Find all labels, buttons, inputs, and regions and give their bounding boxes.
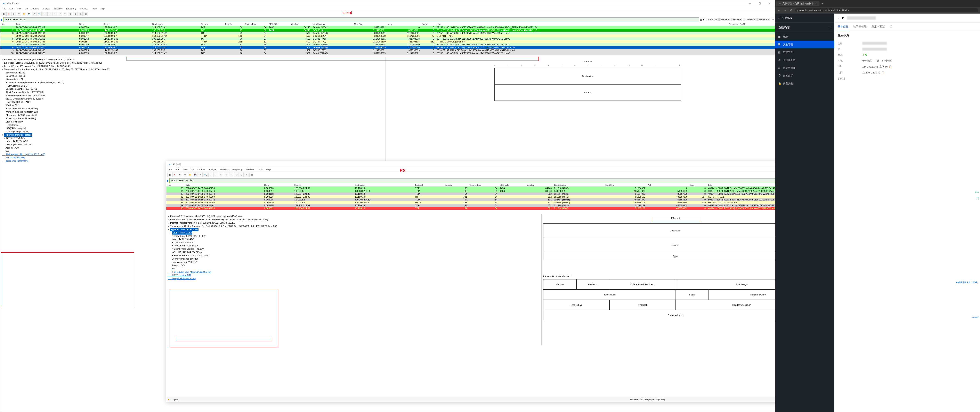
toolbar-btn[interactable]: 💾 (193, 172, 197, 177)
detail-line[interactable]: ▸ Ethernet II, Src: fe:ee:1b:5d:08:23 (f… (168, 218, 540, 221)
toolbar-btn[interactable]: ✕ (198, 172, 203, 177)
detail-line[interactable]: [Calculated window size: 64256] (2, 107, 384, 110)
sidebar-item-grid[interactable]: ▦ 概览 (775, 33, 834, 41)
col-header[interactable]: Segm (421, 22, 435, 26)
detail-line[interactable]: TCP payload (77 bytes) (2, 130, 384, 133)
menu-go[interactable]: Go (189, 168, 195, 171)
col-header[interactable]: Ack (387, 22, 421, 26)
col-header[interactable]: Length (444, 183, 468, 187)
http-line[interactable]: User-Agent: curl/7.88.1\r\n (168, 260, 540, 264)
filter-input[interactable] (3, 18, 699, 22)
detail-line[interactable]: ▸ Transmission Control Protocol, Src Por… (2, 68, 384, 71)
http-line[interactable]: X-Forwarded-For: 129.204.224.32\r\n (168, 254, 540, 257)
toolbar-btn[interactable]: 📁 (188, 172, 192, 177)
col-header[interactable]: Segm (689, 183, 707, 187)
toolbar-btn[interactable]: ■ (11, 12, 16, 16)
menu-view[interactable]: View (181, 168, 189, 171)
toolbar-btn[interactable]: ⟲ (244, 172, 249, 177)
tab-close-icon[interactable]: ✕ (815, 2, 817, 5)
menu-go[interactable]: Go (23, 7, 29, 10)
http-line[interactable]: X-Client-Proto-Ver: HTTP/1.1\r\n (168, 248, 540, 251)
col-header[interactable]: Date (185, 183, 263, 187)
detail-line[interactable]: ▸ Internet Protocol Version 4, Src: 129.… (168, 221, 540, 225)
toolbar-btn[interactable]: ◧ (167, 172, 172, 177)
tab-basic[interactable]: 基本信息 (838, 23, 848, 30)
filter-preset[interactable]: TCPretrans (743, 18, 756, 21)
detail-line[interactable]: Sequence Number: 381793761 (2, 88, 384, 91)
menu-help[interactable]: Help (265, 168, 272, 171)
packet-row[interactable]: 82024-07-28 14:55:04.6428750.001029192.1… (0, 46, 776, 49)
detail-line[interactable]: Acknowledgment Number: 1114250561 (2, 94, 384, 97)
col-header[interactable]: Protocol (414, 183, 444, 187)
menu-analyze[interactable]: Analyze (207, 168, 218, 171)
rs-detail-pane[interactable]: ▸ Frame 86: 321 bytes on wire (2568 bits… (166, 214, 542, 345)
detail-line[interactable]: ▸ Transmission Control Protocol, Src Por… (168, 225, 540, 228)
toolbar-btn[interactable]: 🔍 (203, 172, 208, 177)
menu-edit[interactable]: Edit (174, 168, 181, 171)
back-button[interactable]: ← (776, 9, 781, 12)
toolbar-btn[interactable]: ← (42, 12, 47, 16)
menu-edit[interactable]: Edit (8, 7, 14, 10)
toolbar-btn[interactable]: ⇥ (57, 12, 62, 16)
toolbar-btn[interactable]: ▦ (83, 12, 88, 16)
col-header[interactable]: Destination (151, 22, 199, 26)
detail-line[interactable]: Destination Port: 80 (2, 75, 384, 78)
menu-help[interactable]: Help (99, 7, 106, 10)
col-header[interactable]: Protocol (199, 22, 224, 26)
http-line[interactable]: \r\n (2, 150, 384, 153)
col-header[interactable]: Destination (353, 183, 414, 187)
toolbar-btn[interactable]: ⇤ (219, 172, 223, 177)
packet-row[interactable]: 62024-07-28 14:55:04.6418370.000584114.1… (0, 40, 776, 43)
detail-line[interactable]: ▾ Hypertext Transfer Protocol (168, 228, 540, 231)
detail-line[interactable]: [Stream index: 0] (2, 78, 384, 81)
detail-line[interactable]: [TCP Segment Len: 77] (2, 84, 384, 88)
menu-capture[interactable]: Capture (196, 168, 206, 171)
packet-row[interactable]: 42024-07-28 14:55:04.6402110.000047192.1… (0, 35, 776, 37)
toolbar-btn[interactable]: → (48, 12, 52, 16)
packet-row[interactable]: 52024-07-28 14:55:04.6412530.001042114.1… (0, 37, 776, 40)
packet-row[interactable]: 22024-07-28 14:55:04.6401420.001225114.1… (0, 29, 776, 32)
plus-box-icon[interactable] (976, 197, 979, 200)
detail-line[interactable]: ▸ Frame 4: 131 bytes on wire (1048 bits)… (2, 58, 384, 61)
detail-line[interactable]: Checksum: 0x8989 [unverified] (2, 114, 384, 117)
toolbar-btn[interactable]: ◧ (1, 12, 6, 16)
col-header[interactable]: Next Seq (604, 183, 646, 187)
new-tab-button[interactable]: ＋ (819, 1, 825, 6)
detail-line[interactable]: [Next Sequence Number: 381793838] (2, 91, 384, 94)
detail-line[interactable]: ▸ Ethernet II, Src: 52:54:00:2a:e3:6c (5… (2, 61, 384, 65)
http-line[interactable]: [Full request URI: http://114.132.51.42/… (2, 153, 384, 156)
menu-file[interactable]: File (1, 7, 7, 10)
sidebar-item-target[interactable]: ◎ 目标组管理 (775, 64, 834, 72)
toolbar-btn[interactable]: ⊕ (234, 172, 239, 177)
menu-telephony[interactable]: Telephony (65, 7, 77, 10)
toolbar-btn[interactable]: 📁 (22, 12, 26, 16)
col-header[interactable]: Date (15, 22, 78, 26)
detail-line[interactable]: [Window size scaling factor: 128] (2, 110, 384, 114)
http-line[interactable]: \r\n (168, 267, 540, 270)
tab-listener[interactable]: 监听器管理 (853, 23, 867, 30)
col-header[interactable]: Destination GeoIP (727, 22, 776, 26)
toolbar-btn[interactable]: ↻ (17, 12, 21, 16)
http-line[interactable]: X-Real-IP: 129.204.224.32\r\n (168, 251, 540, 254)
filter-preset[interactable]: Bad TCP (719, 18, 730, 21)
col-header[interactable]: Delta (78, 22, 102, 26)
detail-line[interactable]: ▸ Frame 86: 321 bytes on wire (2568 bits… (168, 215, 540, 218)
col-header[interactable]: Source (293, 183, 354, 187)
col-header[interactable]: Ack (647, 183, 689, 187)
menu-wireless[interactable]: Wireless (78, 7, 89, 10)
toolbar-btn[interactable]: ← (208, 172, 213, 177)
close-button[interactable]: ✕ (765, 0, 774, 6)
toolbar-btn[interactable]: ● (6, 12, 11, 16)
filter-clear-icon[interactable]: ⊠ ▾ (700, 18, 704, 21)
menu-wireless[interactable]: Wireless (245, 168, 256, 171)
toolbar-btn[interactable]: 💾 (27, 12, 31, 16)
toolbar-btn[interactable]: ✕ (32, 12, 37, 16)
menu-tools[interactable]: Tools (256, 168, 264, 171)
menu-statistics[interactable]: Statistics (52, 7, 64, 10)
detail-line[interactable]: [Checksum Status: Unverified] (2, 117, 384, 120)
sidebar-item-cert[interactable]: ▤ 证书管理 (775, 48, 834, 56)
toolbar-btn[interactable]: ⟲ (78, 12, 83, 16)
menu-icon[interactable]: ☰ (777, 17, 780, 19)
detail-line[interactable]: ▸ Internet Protocol Version 4, Src: 192.… (2, 65, 384, 68)
http-line[interactable]: ▸ GET / HTTP/1.1\r\n (2, 137, 384, 140)
